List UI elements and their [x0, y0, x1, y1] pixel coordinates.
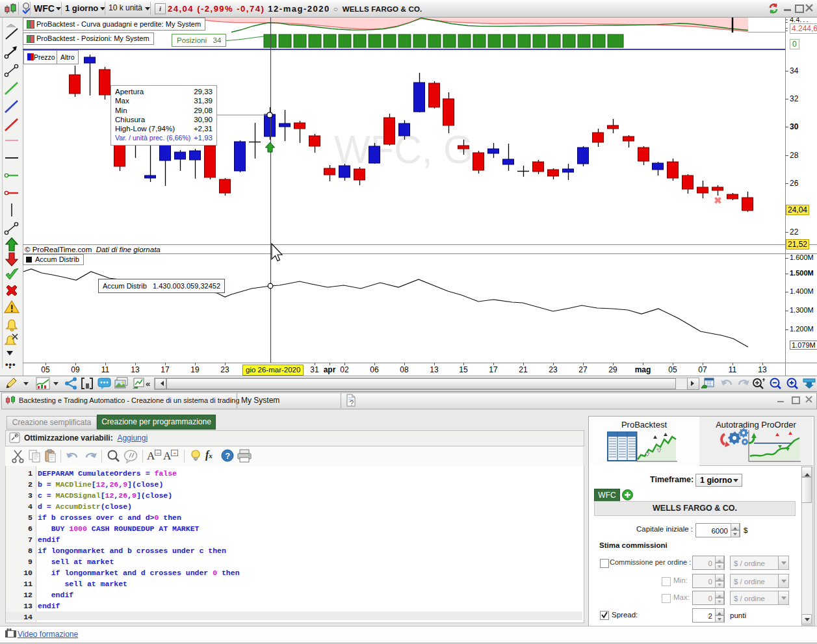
svg-text:?: ? — [350, 399, 354, 407]
svg-text:?: ? — [225, 451, 230, 461]
